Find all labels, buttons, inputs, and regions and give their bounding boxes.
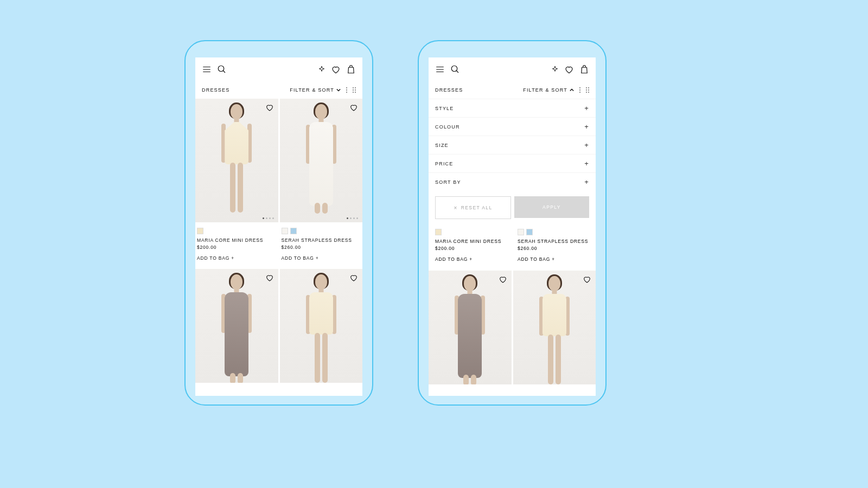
product-name[interactable]: MARIA CORE MINI DRESS [435,239,507,244]
add-to-bag-button[interactable]: ADD TO BAG + [435,256,507,262]
filter-row-style[interactable]: STYLE+ [429,99,596,117]
filter-row-label: PRICE [435,161,454,166]
filter-row-price[interactable]: PRICE+ [429,154,596,172]
search-icon[interactable] [217,65,227,74]
expand-icon: + [584,178,589,186]
product-card: MARIA CORE MINI DRESS $200.00 ADD TO BAG… [195,99,278,267]
filter-sort-label: FILTER & SORT [290,87,334,93]
filter-sort-toggle[interactable]: FILTER & SORT [290,87,341,93]
app-topbar [195,57,362,81]
sparkle-icon[interactable] [318,66,326,73]
view-list-icon[interactable] [346,87,347,93]
product-grid [429,271,596,384]
product-price: $260.00 [282,245,361,250]
color-swatch[interactable] [435,229,442,235]
product-price: $200.00 [197,245,277,250]
product-info: MARIA CORE MINI DRESS $200.00 ADD TO BAG… [195,222,278,267]
screen: DRESSES FILTER & SORT STYLE+COLOUR+SIZE+… [429,57,596,396]
reset-all-button[interactable]: ×RESET ALL [435,196,511,219]
phone-mock-collapsed: DRESSES FILTER & SORT [184,40,373,406]
sparkle-icon[interactable] [551,66,559,73]
filter-sort-toggle[interactable]: FILTER & SORT [523,87,574,93]
filter-row-label: SORT BY [435,179,461,185]
product-info: MARIA CORE MINI DRESS $200.00 ADD TO BAG… [435,229,507,262]
product-card [195,269,278,383]
svg-point-1 [451,66,457,72]
product-image[interactable] [195,269,278,383]
color-swatches [282,228,361,234]
color-swatch[interactable] [282,228,288,234]
product-image[interactable] [513,271,596,384]
app-topbar [429,57,596,81]
filter-row-label: SIZE [435,143,449,148]
category-title: DRESSES [435,87,463,93]
product-image[interactable] [280,99,363,222]
chevron-down-icon [336,88,341,92]
product-card [429,271,512,384]
color-swatch[interactable] [526,229,533,235]
screen: DRESSES FILTER & SORT [195,57,362,396]
favorite-icon[interactable] [499,275,507,284]
filter-panel: STYLE+COLOUR+SIZE+PRICE+SORT BY+ [429,99,596,191]
product-card [280,269,363,383]
filter-row-colour[interactable]: COLOUR+ [429,117,596,136]
svg-point-0 [218,66,224,72]
bag-icon[interactable] [579,65,589,74]
filter-row-label: COLOUR [435,124,460,130]
wishlist-icon[interactable] [331,65,341,74]
product-info: SERAH STRAPLESS DRESS $260.00 ADD TO BAG… [280,222,363,267]
apply-button[interactable]: APPLY [514,196,589,218]
filter-row-sort-by[interactable]: SORT BY+ [429,172,596,191]
product-image[interactable] [429,271,512,384]
color-swatch[interactable] [197,228,203,234]
favorite-icon[interactable] [349,103,358,112]
expand-icon: + [584,141,589,149]
color-swatches [197,228,277,234]
chevron-up-icon [570,88,574,92]
phone-mock-expanded: DRESSES FILTER & SORT STYLE+COLOUR+SIZE+… [418,40,607,406]
product-image[interactable] [195,99,278,222]
image-pager [347,217,358,219]
product-price: $200.00 [435,246,507,251]
product-price: $260.00 [518,246,589,251]
view-list-icon[interactable] [579,87,580,93]
add-to-bag-button[interactable]: ADD TO BAG + [518,256,589,262]
product-name[interactable]: MARIA CORE MINI DRESS [197,237,277,243]
filter-actions: ×RESET ALL APPLY [429,191,596,226]
expand-icon: + [584,104,589,112]
expand-icon: + [584,123,589,131]
product-grid: MARIA CORE MINI DRESS $200.00 ADD TO BAG… [195,99,362,383]
favorite-icon[interactable] [265,103,274,112]
product-name[interactable]: SERAH STRAPLESS DRESS [518,239,589,244]
product-name[interactable]: SERAH STRAPLESS DRESS [282,237,361,243]
product-info: SERAH STRAPLESS DRESS $260.00 ADD TO BAG… [518,229,589,262]
image-pager [263,217,274,219]
color-swatch[interactable] [290,228,297,234]
hamburger-icon[interactable] [435,65,445,74]
favorite-icon[interactable] [265,273,274,282]
product-card [513,271,596,384]
bag-icon[interactable] [346,65,356,74]
category-title: DRESSES [202,87,229,93]
close-icon: × [454,205,457,211]
favorite-icon[interactable] [583,275,591,284]
search-icon[interactable] [450,65,460,74]
color-swatches [435,229,507,235]
view-grid-icon[interactable] [353,87,356,93]
category-bar: DRESSES FILTER & SORT [195,81,362,99]
wishlist-icon[interactable] [564,65,574,74]
view-grid-icon[interactable] [586,87,589,93]
product-card: SERAH STRAPLESS DRESS $260.00 ADD TO BAG… [280,99,363,267]
product-summary-row: MARIA CORE MINI DRESS $200.00 ADD TO BAG… [429,226,596,268]
add-to-bag-button[interactable]: ADD TO BAG + [197,255,277,261]
filter-row-label: STYLE [435,106,454,111]
add-to-bag-button[interactable]: ADD TO BAG + [282,255,361,261]
category-bar: DRESSES FILTER & SORT [429,81,596,99]
product-image[interactable] [280,269,363,383]
filter-sort-label: FILTER & SORT [523,87,567,93]
expand-icon: + [584,159,589,168]
filter-row-size[interactable]: SIZE+ [429,136,596,154]
color-swatch[interactable] [518,229,524,235]
hamburger-icon[interactable] [202,65,212,74]
favorite-icon[interactable] [349,273,358,282]
